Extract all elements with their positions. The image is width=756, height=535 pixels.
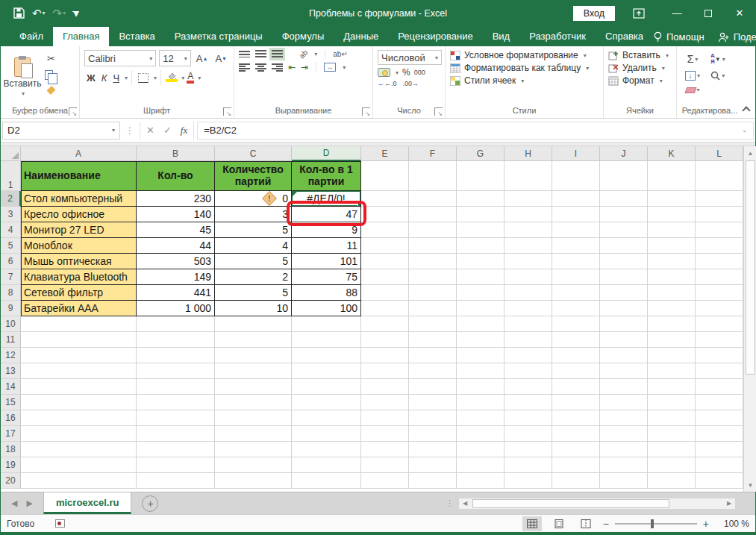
cell-B5[interactable]: 44 xyxy=(137,238,215,254)
row-header-7[interactable]: 7 xyxy=(1,269,21,285)
vertical-scroll-thumb[interactable] xyxy=(746,160,755,375)
cell-I2[interactable] xyxy=(552,191,600,207)
cell-F3[interactable] xyxy=(409,207,457,222)
tab-view[interactable]: Вид xyxy=(483,27,520,46)
cell-L3[interactable] xyxy=(696,207,743,222)
font-size-combo[interactable]: 12▾ xyxy=(159,50,191,66)
cell-E17[interactable] xyxy=(361,426,409,442)
cell-J15[interactable] xyxy=(600,395,648,410)
cell-J18[interactable] xyxy=(600,442,648,457)
cell-K9[interactable] xyxy=(648,301,696,316)
cell-G1[interactable] xyxy=(457,161,504,191)
align-middle-icon[interactable] xyxy=(255,50,266,58)
cell-E20[interactable] xyxy=(361,473,409,489)
normal-view-button[interactable] xyxy=(522,516,542,531)
vertical-scrollbar[interactable]: ▲ ▼ xyxy=(743,146,756,492)
row-header-19[interactable]: 19 xyxy=(1,457,21,473)
scroll-left-icon[interactable]: ◀ xyxy=(459,500,471,507)
cell-A9[interactable]: Батарейки AAA xyxy=(21,301,137,316)
page-break-view-button[interactable] xyxy=(576,516,596,531)
cell-L2[interactable] xyxy=(696,191,743,207)
cell-I12[interactable] xyxy=(552,348,600,363)
cell-F19[interactable] xyxy=(409,457,457,473)
row-header-10[interactable]: 10 xyxy=(1,316,21,332)
fill-button[interactable]: ↓▾ xyxy=(683,69,702,82)
ribbon-display-options-icon[interactable] xyxy=(633,8,645,19)
cell-K12[interactable] xyxy=(648,348,696,363)
cell-F14[interactable] xyxy=(409,379,457,395)
cell-E1[interactable] xyxy=(361,161,409,191)
format-cells-button[interactable]: Формат▾ xyxy=(608,75,669,86)
fill-color-button[interactable] xyxy=(165,72,178,84)
cell-F18[interactable] xyxy=(409,442,457,457)
maximize-button[interactable] xyxy=(693,0,724,26)
cell-L8[interactable] xyxy=(696,285,743,301)
cell-A7[interactable]: Клавиатура Bluetooth xyxy=(21,269,137,285)
cell-I6[interactable] xyxy=(552,254,600,269)
align-center-icon[interactable] xyxy=(255,63,266,72)
row-header-5[interactable]: 5 xyxy=(1,238,21,254)
cell-J16[interactable] xyxy=(600,410,648,426)
cell-B2[interactable]: 230 xyxy=(137,191,215,207)
column-header-C[interactable]: C xyxy=(215,146,292,161)
cell-L19[interactable] xyxy=(696,457,743,473)
accounting-dropdown-icon[interactable]: ▾ xyxy=(396,69,399,76)
cell-D20[interactable] xyxy=(292,473,361,489)
cell-G17[interactable] xyxy=(457,426,504,442)
cell-L13[interactable] xyxy=(696,363,743,379)
cell-I20[interactable] xyxy=(552,473,600,489)
cell-K15[interactable] xyxy=(648,395,696,410)
cell-A2[interactable]: Стол компьютерный xyxy=(21,191,137,207)
copy-button[interactable]: ▾ xyxy=(43,69,60,81)
cell-F6[interactable] xyxy=(409,254,457,269)
cell-D5[interactable]: 11 xyxy=(292,238,361,254)
cell-H20[interactable] xyxy=(504,473,552,489)
cell-K17[interactable] xyxy=(648,426,696,442)
row-header-9[interactable]: 9 xyxy=(1,301,21,316)
cell-C13[interactable] xyxy=(215,363,292,379)
cell-H15[interactable] xyxy=(504,395,552,410)
cell-C10[interactable] xyxy=(215,316,292,332)
clear-button[interactable]: ▾ xyxy=(683,85,702,95)
cell-A13[interactable] xyxy=(21,363,137,379)
cell-F13[interactable] xyxy=(409,363,457,379)
cell-J12[interactable] xyxy=(600,348,648,363)
cell-A10[interactable] xyxy=(21,316,137,332)
cell-A19[interactable] xyxy=(21,457,137,473)
cell-C14[interactable] xyxy=(215,379,292,395)
select-all-button[interactable] xyxy=(1,146,21,161)
cell-F5[interactable] xyxy=(409,238,457,254)
cell-B7[interactable]: 149 xyxy=(137,269,215,285)
cell-B3[interactable]: 140 xyxy=(137,207,215,222)
cell-B18[interactable] xyxy=(137,442,215,457)
cell-I16[interactable] xyxy=(552,410,600,426)
cell-H17[interactable] xyxy=(504,426,552,442)
cell-D12[interactable] xyxy=(292,348,361,363)
cell-H16[interactable] xyxy=(504,410,552,426)
cell-D2[interactable]: #ДЕЛ/0! xyxy=(292,191,361,207)
cell-J5[interactable] xyxy=(600,238,648,254)
cell-D19[interactable] xyxy=(292,457,361,473)
cell-E8[interactable] xyxy=(361,285,409,301)
cell-A3[interactable]: Кресло офисное xyxy=(21,207,137,222)
underline-dropdown-icon[interactable]: ▾ xyxy=(125,75,128,81)
row-header-17[interactable]: 17 xyxy=(1,426,21,442)
borders-dropdown-icon[interactable]: ▾ xyxy=(154,75,157,81)
minimize-button[interactable]: — xyxy=(661,0,693,26)
cell-L11[interactable] xyxy=(696,332,743,348)
column-header-G[interactable]: G xyxy=(457,146,504,161)
row-header-3[interactable]: 3 xyxy=(1,207,21,222)
zoom-in-button[interactable]: + xyxy=(703,518,709,530)
cell-H2[interactable] xyxy=(504,191,552,207)
cell-H8[interactable] xyxy=(504,285,552,301)
insert-cells-button[interactable]: Вставить▾ xyxy=(608,50,669,60)
cell-A11[interactable] xyxy=(21,332,137,348)
cell-J2[interactable] xyxy=(600,191,648,207)
cell-E13[interactable] xyxy=(361,363,409,379)
cell-A15[interactable] xyxy=(21,395,137,410)
cell-H19[interactable] xyxy=(504,457,552,473)
cell-K1[interactable] xyxy=(648,161,696,191)
cell-I3[interactable] xyxy=(552,207,600,222)
find-select-button[interactable]: ▾ xyxy=(708,69,728,82)
close-button[interactable]: ✕ xyxy=(724,0,755,26)
